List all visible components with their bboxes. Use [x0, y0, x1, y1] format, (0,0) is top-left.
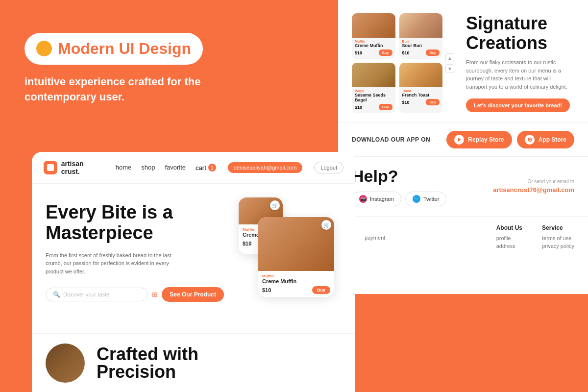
social-buttons: 📷 Instagram 🐦 Twitter [352, 192, 446, 206]
nav-favorite[interactable]: favorite [165, 164, 186, 172]
grid-bagel-price-row: $10 Buy [355, 104, 392, 110]
grid-item-muffin: Muffin Creme Muffin $10 Buy [352, 13, 395, 59]
replay-store-button[interactable]: Replay Store [446, 131, 512, 148]
instagram-button[interactable]: 📷 Instagram [352, 192, 401, 206]
muffin-price-row-main: $10 Buy [262, 286, 330, 294]
footer-link-payment[interactable]: payment [365, 235, 385, 241]
play-triangle-icon [458, 138, 461, 142]
footer-address[interactable]: address [496, 243, 522, 249]
signature-title: SignatureCreations [466, 14, 572, 52]
crafted-title: Crafted with [97, 345, 198, 363]
grid-muffin-cat: Muffin [355, 40, 392, 43]
download-section: DOWNLOAD OUR APP ON Replay Store ⊕ App S… [338, 122, 588, 156]
grid-sourbun-price: $10 [402, 50, 410, 55]
grid-sourbun-info: Bun Sour Bun $10 Buy [399, 38, 443, 59]
muffin-image-main: 🛒 [258, 217, 334, 271]
signature-section: Muffin Creme Muffin $10 Buy Bun Sour Bun [338, 0, 588, 122]
app-store-button[interactable]: ⊕ App Store [517, 131, 574, 148]
hero-title: Every Bite is a Masterpiece [46, 202, 224, 244]
logo-text: artisan crust. [61, 160, 104, 175]
badge-text: Modern UI Design [58, 40, 191, 58]
cart-icon-small[interactable]: 🛒 [270, 200, 280, 210]
search-placeholder: Discover your taste [63, 292, 109, 297]
tagline-text: intuitive experience crafted for the con… [24, 74, 250, 105]
grid-bagel-buy[interactable]: Buy [379, 104, 392, 110]
nav-cart[interactable]: cart 1 [196, 164, 216, 172]
grid-toast-name: French Toast [402, 93, 440, 98]
grid-muffin-price: $10 [355, 50, 362, 55]
see-product-button[interactable]: See Our Product [162, 287, 224, 302]
logo-icon-inner [47, 164, 54, 171]
muffin-price-main: $10 [262, 287, 271, 293]
twitter-button[interactable]: 🐦 Twitter [405, 192, 446, 206]
muffin-name-main: Creme Muffin [262, 278, 330, 284]
modern-ui-badge: Modern UI Design [24, 33, 203, 65]
nav-bar: artisan crust. home shop favorite cart 1… [32, 152, 355, 184]
nav-logout[interactable]: Logout [314, 162, 343, 173]
crafted-title2: Precision [97, 363, 198, 381]
grid-muffin-image [352, 13, 395, 38]
grid-bagel-name: Sesame Seeds Bagel [355, 93, 392, 102]
crafted-text: Crafted with Precision [97, 345, 198, 381]
muffin-buy-btn-main[interactable]: Buy [312, 286, 330, 294]
help-title: Help? [352, 167, 446, 186]
grid-item-bagel: Bagel Sesame Seeds Bagel $10 Buy [352, 63, 395, 113]
nav-email: deniseaaliyah@gmail.com [228, 162, 303, 173]
help-section: Help? 📷 Instagram 🐦 Twitter Or send your… [338, 156, 588, 216]
discover-button[interactable]: Let's discover your favorite bread! [466, 98, 570, 112]
footer-left-links: d payment [352, 224, 477, 251]
footer-profile[interactable]: profile [496, 235, 522, 241]
orange-bottom-section [338, 294, 588, 392]
muffin-card-main: 🛒 Muffin Creme Muffin $10 Buy [258, 217, 334, 297]
signature-title-text: SignatureCreations [466, 13, 547, 53]
signature-description: From our flaky croissants to our rustic … [466, 58, 572, 91]
footer-terms[interactable]: terms of use [542, 235, 574, 241]
grid-toast-image [399, 63, 443, 87]
cart-icon-main[interactable]: 🛒 [321, 220, 331, 230]
scroll-down-btn[interactable]: ▼ [445, 64, 454, 73]
cart-badge: 1 [208, 164, 216, 172]
grid-icon[interactable]: ⊞ [152, 291, 158, 298]
muffin-category-main: Muffin [262, 274, 330, 278]
footer-service: Service terms of use privacy policy [542, 224, 574, 251]
scroll-up-btn[interactable]: ▲ [445, 53, 454, 62]
replay-store-icon [454, 135, 464, 145]
grid-item-sourbun: Bun Sour Bun $10 Buy [399, 13, 443, 59]
footer-about: About Us profile address [496, 224, 522, 251]
grid-sourbun-buy[interactable]: Buy [426, 49, 440, 56]
grid-muffin-buy[interactable]: Buy [379, 49, 392, 56]
download-label: DOWNLOAD OUR APP ON [352, 136, 430, 143]
instagram-icon: 📷 [359, 195, 367, 203]
muffin-price-small: $10 [243, 241, 251, 246]
nav-home[interactable]: home [116, 164, 132, 172]
grid-item-toast: Toast French Toast $10 Buy [399, 63, 443, 113]
footer-links: d payment About Us profile address Servi… [338, 216, 588, 259]
product-grid: Muffin Creme Muffin $10 Buy Bun Sour Bun [352, 13, 442, 113]
crafted-image [46, 343, 85, 383]
footer-service-title: Service [542, 224, 574, 231]
grid-muffin-price-row: $10 Buy [355, 49, 392, 56]
footer-privacy[interactable]: privacy policy [542, 243, 574, 249]
search-box[interactable]: 🔍 Discover your taste [46, 288, 148, 301]
grid-sourbun-cat: Bun [402, 40, 440, 43]
nav-shop[interactable]: shop [141, 164, 155, 172]
grid-sourbun-name: Sour Bun [402, 43, 440, 48]
grid-toast-cat: Toast [402, 89, 440, 93]
app-store-label: App Store [539, 136, 566, 143]
replay-store-label: Replay Store [468, 136, 504, 143]
grid-toast-info: Toast French Toast $10 Buy [399, 87, 443, 108]
footer-about-title: About Us [496, 224, 522, 231]
grid-bagel-image [352, 63, 395, 87]
store-buttons: Replay Store ⊕ App Store [446, 131, 574, 148]
contact-email[interactable]: artisancrust76@gmail.com [493, 186, 574, 194]
instagram-label: Instagram [370, 196, 394, 202]
logo-icon [44, 161, 57, 174]
grid-bagel-price: $10 [355, 105, 362, 110]
grid-toast-buy[interactable]: Buy [426, 99, 440, 105]
grid-sourbun-image [399, 13, 443, 38]
top-left-section: Modern UI Design intuitive experience cr… [0, 0, 289, 137]
grid-toast-price-row: $10 Buy [402, 99, 440, 105]
grid-muffin-info: Muffin Creme Muffin $10 Buy [352, 38, 395, 59]
muffin-info-main: Muffin Creme Muffin $10 Buy [258, 271, 334, 297]
signature-content: SignatureCreations From our flaky croiss… [466, 14, 572, 113]
